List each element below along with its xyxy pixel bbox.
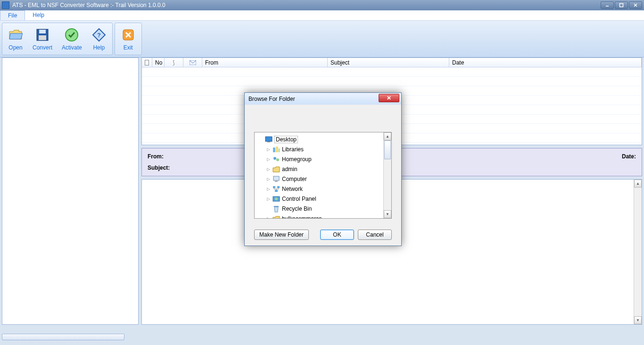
scroll-thumb[interactable] — [384, 140, 391, 159]
maximize-button[interactable] — [615, 1, 628, 9]
app-icon — [2, 1, 9, 9]
svg-rect-21 — [275, 181, 278, 182]
help-diamond-icon: ? — [91, 27, 107, 42]
svg-point-18 — [273, 157, 276, 160]
svg-point-26 — [275, 197, 278, 200]
title-bar: ATS - EML to NSF Converter Software :- T… — [0, 0, 644, 10]
tree-item-bulkecommerce[interactable]: ▷ bulkecommerce — [256, 214, 382, 218]
svg-point-19 — [276, 158, 279, 161]
activate-label: Activate — [62, 44, 82, 51]
tree-item-controlpanel[interactable]: ▷ Control Panel — [256, 194, 382, 204]
menu-bar: File Help — [0, 10, 644, 21]
status-bar — [2, 334, 642, 342]
window-title: ATS - EML to NSF Converter Software :- T… — [12, 2, 601, 8]
menu-file[interactable]: File — [0, 10, 25, 20]
ok-button[interactable]: OK — [320, 230, 354, 240]
ribbon-group-main: Open Convert Activate ? Help — [2, 23, 113, 55]
folder-open-icon — [8, 27, 23, 42]
svg-rect-27 — [274, 206, 279, 207]
envelope-icon — [190, 60, 196, 65]
open-button[interactable]: Open — [3, 24, 28, 54]
activate-button[interactable]: Activate — [57, 24, 87, 54]
tree-item-admin[interactable]: ▷ admin — [256, 164, 382, 174]
dialog-close-button[interactable]: ✕ — [379, 94, 399, 102]
tree-item-computer[interactable]: ▷ Computer — [256, 174, 382, 184]
scroll-down-button[interactable]: ▼ — [384, 210, 391, 218]
exit-button[interactable]: Exit — [116, 24, 140, 54]
exit-icon — [121, 27, 136, 42]
recycle-bin-icon — [272, 205, 280, 213]
convert-button[interactable]: Convert — [28, 24, 57, 54]
svg-rect-13 — [265, 137, 272, 141]
control-panel-icon — [272, 195, 280, 203]
status-grip[interactable] — [2, 334, 124, 340]
tree-label: admin — [282, 166, 297, 172]
make-new-folder-button[interactable]: Make New Folder — [254, 230, 309, 240]
computer-icon — [272, 175, 280, 183]
svg-rect-23 — [277, 186, 280, 188]
scroll-up-button[interactable]: ▲ — [634, 180, 642, 188]
window-controls — [601, 1, 642, 9]
tree-item-desktop[interactable]: ▷ Desktop — [256, 134, 382, 144]
col-date[interactable]: Date — [449, 58, 642, 67]
tree-item-network[interactable]: ▷ Network — [256, 184, 382, 194]
col-no[interactable]: No — [152, 58, 165, 67]
svg-rect-20 — [273, 176, 279, 181]
scroll-up-button[interactable]: ▲ — [384, 132, 391, 140]
tree-item-recyclebin[interactable]: ▷ Recycle Bin — [256, 204, 382, 214]
svg-rect-15 — [273, 148, 275, 152]
col-from[interactable]: From — [202, 58, 328, 67]
scroll-down-button[interactable]: ▼ — [634, 316, 642, 324]
col-subject[interactable]: Subject — [328, 58, 449, 67]
ribbon-toolbar: Open Convert Activate ? Help Exit — [0, 21, 644, 58]
grid-header: No ⟆ From Subject Date — [142, 58, 642, 67]
folder-tree: ▷ Desktop ▷ Libraries ▷ Homegroup ▷ admi… — [254, 132, 392, 219]
folder-tree-list[interactable]: ▷ Desktop ▷ Libraries ▷ Homegroup ▷ admi… — [255, 132, 383, 218]
dialog-title-bar[interactable]: Browse For Folder ✕ — [245, 92, 401, 105]
browse-folder-dialog: Browse For Folder ✕ ▷ Desktop ▷ Librarie… — [244, 92, 402, 246]
svg-text:?: ? — [97, 32, 100, 39]
svg-rect-22 — [273, 186, 275, 188]
table-row — [142, 77, 642, 86]
svg-rect-16 — [276, 147, 278, 152]
tree-label: Computer — [282, 176, 307, 182]
tree-label: Libraries — [282, 146, 304, 153]
svg-rect-1 — [620, 4, 623, 7]
svg-rect-17 — [279, 148, 280, 152]
menu-help[interactable]: Help — [25, 10, 52, 20]
col-checkbox[interactable] — [142, 58, 152, 67]
tree-label: Control Panel — [282, 196, 316, 202]
floppy-icon — [35, 27, 50, 42]
minimize-button[interactable] — [601, 1, 614, 9]
homegroup-icon — [272, 156, 280, 163]
tree-item-libraries[interactable]: ▷ Libraries — [256, 144, 382, 154]
dialog-title: Browse For Folder — [248, 96, 379, 102]
dialog-button-row: Make New Folder OK Cancel — [254, 230, 392, 240]
tree-item-homegroup[interactable]: ▷ Homegroup — [256, 154, 382, 164]
exit-label: Exit — [124, 44, 133, 51]
help-button[interactable]: ? Help — [87, 24, 111, 54]
tree-label: Recycle Bin — [282, 205, 312, 212]
col-attachment[interactable]: ⟆ — [165, 58, 183, 67]
close-button[interactable] — [629, 1, 642, 9]
check-circle-icon — [64, 27, 79, 42]
folder-tree-panel[interactable] — [2, 58, 139, 325]
svg-rect-24 — [275, 190, 278, 192]
network-icon — [272, 185, 280, 193]
folder-icon — [272, 215, 280, 219]
cancel-button[interactable]: Cancel — [358, 230, 392, 240]
help-label: Help — [93, 44, 105, 51]
open-label: Open — [8, 44, 22, 51]
tree-label: Homegroup — [282, 156, 312, 163]
user-folder-icon — [272, 165, 280, 173]
body-scrollbar[interactable]: ▲ ▼ — [634, 180, 642, 324]
libraries-icon — [272, 146, 280, 153]
ribbon-group-exit: Exit — [115, 23, 142, 55]
tree-label: Desktop — [274, 136, 298, 143]
tree-label: bulkecommerce — [282, 215, 322, 219]
date-label: Date: — [392, 153, 636, 160]
paperclip-icon: ⟆ — [173, 59, 175, 66]
col-mail-icon[interactable] — [183, 58, 202, 67]
desktop-icon — [265, 136, 272, 143]
tree-scrollbar[interactable]: ▲ ▼ — [383, 132, 391, 218]
